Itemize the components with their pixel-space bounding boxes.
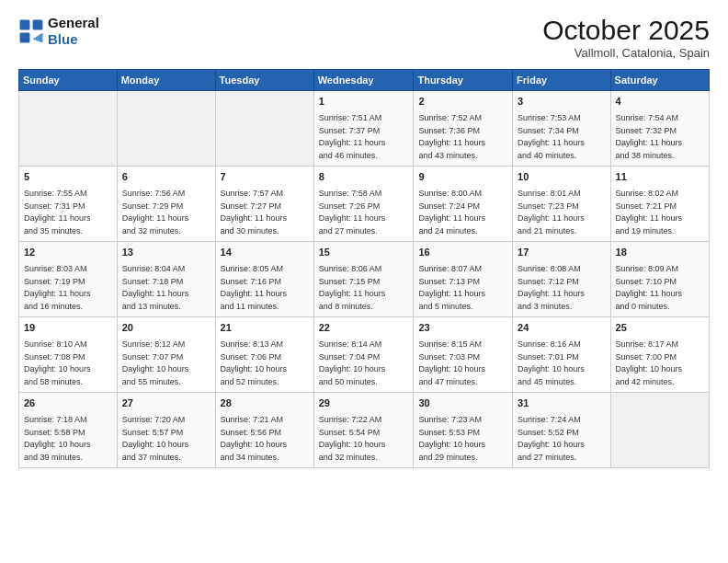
- day-number: 5: [24, 170, 112, 185]
- day-info: Sunrise: 8:08 AM Sunset: 7:12 PM Dayligh…: [518, 264, 585, 311]
- day-number: 6: [122, 170, 210, 185]
- day-info: Sunrise: 8:15 AM Sunset: 7:03 PM Dayligh…: [418, 339, 485, 386]
- table-row: 21Sunrise: 8:13 AM Sunset: 7:06 PM Dayli…: [215, 317, 313, 393]
- day-info: Sunrise: 8:07 AM Sunset: 7:13 PM Dayligh…: [418, 264, 485, 311]
- page-header: General Blue October 2025 Vallmoll, Cata…: [18, 15, 710, 60]
- calendar-table: Sunday Monday Tuesday Wednesday Thursday…: [18, 69, 710, 468]
- day-info: Sunrise: 8:12 AM Sunset: 7:07 PM Dayligh…: [122, 339, 189, 386]
- table-row: 26Sunrise: 7:18 AM Sunset: 5:58 PM Dayli…: [19, 393, 118, 468]
- svg-rect-2: [20, 33, 30, 43]
- day-number: 24: [518, 321, 605, 336]
- table-row: 7Sunrise: 7:57 AM Sunset: 7:27 PM Daylig…: [215, 167, 313, 242]
- day-number: 22: [319, 321, 409, 336]
- day-number: 18: [616, 246, 704, 260]
- col-wednesday: Wednesday: [313, 70, 414, 91]
- table-row: [215, 91, 313, 167]
- col-thursday: Thursday: [414, 70, 513, 91]
- day-info: Sunrise: 7:54 AM Sunset: 7:32 PM Dayligh…: [616, 113, 683, 160]
- table-row: 28Sunrise: 7:21 AM Sunset: 5:56 PM Dayli…: [215, 393, 313, 468]
- col-tuesday: Tuesday: [215, 70, 313, 91]
- day-info: Sunrise: 8:16 AM Sunset: 7:01 PM Dayligh…: [518, 339, 585, 386]
- logo-line2: Blue: [48, 31, 99, 48]
- day-info: Sunrise: 7:51 AM Sunset: 7:37 PM Dayligh…: [319, 113, 386, 160]
- day-number: 13: [122, 246, 210, 260]
- table-row: 31Sunrise: 7:24 AM Sunset: 5:52 PM Dayli…: [513, 393, 610, 468]
- table-row: 30Sunrise: 7:23 AM Sunset: 5:53 PM Dayli…: [414, 393, 513, 468]
- day-number: 15: [319, 246, 409, 260]
- day-info: Sunrise: 8:02 AM Sunset: 7:21 PM Dayligh…: [616, 189, 683, 236]
- table-row: 13Sunrise: 8:04 AM Sunset: 7:18 PM Dayli…: [117, 242, 215, 317]
- logo: General Blue: [18, 15, 99, 48]
- table-row: 15Sunrise: 8:06 AM Sunset: 7:15 PM Dayli…: [313, 242, 414, 317]
- day-info: Sunrise: 8:14 AM Sunset: 7:04 PM Dayligh…: [319, 339, 386, 386]
- table-row: 9Sunrise: 8:00 AM Sunset: 7:24 PM Daylig…: [414, 167, 513, 242]
- title-block: October 2025 Vallmoll, Catalonia, Spain: [542, 15, 710, 60]
- day-number: 3: [518, 95, 605, 109]
- svg-marker-3: [33, 33, 43, 43]
- day-number: 9: [418, 170, 507, 185]
- day-number: 2: [418, 95, 507, 109]
- day-number: 19: [24, 321, 112, 336]
- table-row: [19, 91, 118, 167]
- day-number: 27: [122, 396, 210, 411]
- calendar-week-row: 1Sunrise: 7:51 AM Sunset: 7:37 PM Daylig…: [19, 91, 710, 167]
- day-info: Sunrise: 8:00 AM Sunset: 7:24 PM Dayligh…: [418, 189, 485, 236]
- day-number: 23: [418, 321, 507, 336]
- day-info: Sunrise: 7:20 AM Sunset: 5:57 PM Dayligh…: [122, 415, 189, 462]
- logo-icon: [18, 18, 44, 44]
- month-title: October 2025: [542, 15, 710, 46]
- table-row: 29Sunrise: 7:22 AM Sunset: 5:54 PM Dayli…: [313, 393, 414, 468]
- table-row: 8Sunrise: 7:58 AM Sunset: 7:26 PM Daylig…: [313, 167, 414, 242]
- day-info: Sunrise: 7:24 AM Sunset: 5:52 PM Dayligh…: [518, 415, 585, 462]
- calendar-week-row: 12Sunrise: 8:03 AM Sunset: 7:19 PM Dayli…: [19, 242, 710, 317]
- day-number: 21: [221, 321, 309, 336]
- table-row: 27Sunrise: 7:20 AM Sunset: 5:57 PM Dayli…: [117, 393, 215, 468]
- day-number: 29: [319, 396, 409, 411]
- table-row: 19Sunrise: 8:10 AM Sunset: 7:08 PM Dayli…: [19, 317, 118, 393]
- day-number: 28: [221, 396, 309, 411]
- table-row: 24Sunrise: 8:16 AM Sunset: 7:01 PM Dayli…: [513, 317, 610, 393]
- day-number: 7: [221, 170, 309, 185]
- day-number: 12: [24, 246, 112, 260]
- table-row: [610, 393, 709, 468]
- calendar-week-row: 26Sunrise: 7:18 AM Sunset: 5:58 PM Dayli…: [19, 393, 710, 468]
- table-row: 10Sunrise: 8:01 AM Sunset: 7:23 PM Dayli…: [513, 167, 610, 242]
- table-row: 2Sunrise: 7:52 AM Sunset: 7:36 PM Daylig…: [414, 91, 513, 167]
- logo-line1: General: [48, 15, 99, 31]
- table-row: [117, 91, 215, 167]
- table-row: 6Sunrise: 7:56 AM Sunset: 7:29 PM Daylig…: [117, 167, 215, 242]
- day-info: Sunrise: 7:18 AM Sunset: 5:58 PM Dayligh…: [24, 415, 91, 462]
- day-number: 25: [616, 321, 704, 336]
- day-number: 14: [221, 246, 309, 260]
- day-number: 10: [518, 170, 605, 185]
- day-info: Sunrise: 8:06 AM Sunset: 7:15 PM Dayligh…: [319, 264, 386, 311]
- day-number: 16: [418, 246, 507, 260]
- weekday-header-row: Sunday Monday Tuesday Wednesday Thursday…: [19, 70, 710, 91]
- day-number: 30: [418, 396, 507, 411]
- day-number: 11: [616, 170, 704, 185]
- table-row: 11Sunrise: 8:02 AM Sunset: 7:21 PM Dayli…: [610, 167, 709, 242]
- svg-rect-0: [20, 20, 30, 30]
- day-info: Sunrise: 7:23 AM Sunset: 5:53 PM Dayligh…: [418, 415, 485, 462]
- table-row: 25Sunrise: 8:17 AM Sunset: 7:00 PM Dayli…: [610, 317, 709, 393]
- day-number: 20: [122, 321, 210, 336]
- svg-rect-1: [33, 20, 43, 30]
- day-number: 8: [319, 170, 409, 185]
- table-row: 4Sunrise: 7:54 AM Sunset: 7:32 PM Daylig…: [610, 91, 709, 167]
- day-number: 4: [616, 95, 704, 109]
- day-info: Sunrise: 8:01 AM Sunset: 7:23 PM Dayligh…: [518, 189, 585, 236]
- day-info: Sunrise: 7:58 AM Sunset: 7:26 PM Dayligh…: [319, 189, 386, 236]
- table-row: 20Sunrise: 8:12 AM Sunset: 7:07 PM Dayli…: [117, 317, 215, 393]
- col-sunday: Sunday: [19, 70, 118, 91]
- day-number: 17: [518, 246, 605, 260]
- day-info: Sunrise: 8:05 AM Sunset: 7:16 PM Dayligh…: [221, 264, 288, 311]
- col-friday: Friday: [513, 70, 610, 91]
- day-info: Sunrise: 7:53 AM Sunset: 7:34 PM Dayligh…: [518, 113, 585, 160]
- table-row: 17Sunrise: 8:08 AM Sunset: 7:12 PM Dayli…: [513, 242, 610, 317]
- day-info: Sunrise: 7:55 AM Sunset: 7:31 PM Dayligh…: [24, 189, 91, 236]
- day-info: Sunrise: 8:17 AM Sunset: 7:00 PM Dayligh…: [616, 339, 683, 386]
- table-row: 3Sunrise: 7:53 AM Sunset: 7:34 PM Daylig…: [513, 91, 610, 167]
- table-row: 23Sunrise: 8:15 AM Sunset: 7:03 PM Dayli…: [414, 317, 513, 393]
- table-row: 5Sunrise: 7:55 AM Sunset: 7:31 PM Daylig…: [19, 167, 118, 242]
- day-info: Sunrise: 8:03 AM Sunset: 7:19 PM Dayligh…: [24, 264, 91, 311]
